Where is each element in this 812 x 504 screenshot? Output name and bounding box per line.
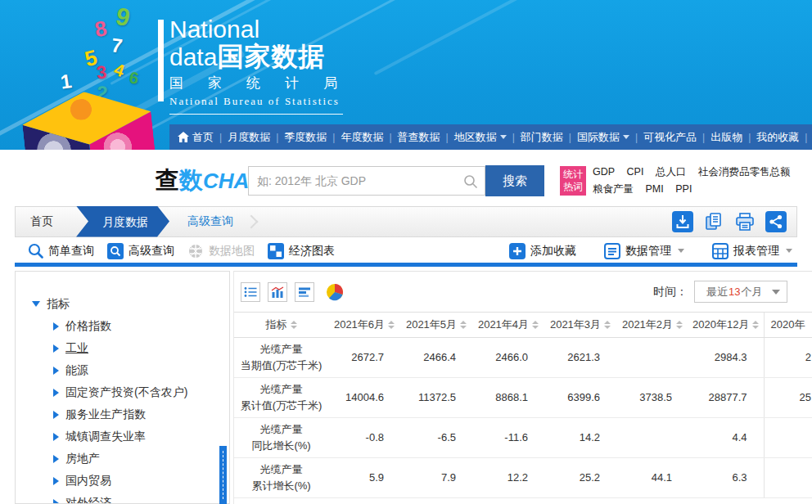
- plus-icon: [509, 243, 526, 259]
- table-header-row: 指标 2021年6月 2021年5月 2021年4月 2021年3月 2021年…: [234, 313, 812, 337]
- economic-charts-button[interactable]: 经济图表: [268, 243, 335, 259]
- sort-icon[interactable]: [604, 321, 611, 329]
- tab-monthly-data-active[interactable]: 月度数据: [76, 206, 169, 237]
- main-nav: 首页 月度数据 季度数据 年度数据 普查数据 地区数据 部门数据 国际数据 可视…: [169, 124, 812, 150]
- tree-item-foreign-economy[interactable]: 对外经济: [53, 492, 229, 504]
- hot-word-retail[interactable]: 社会消费品零售总额: [698, 166, 791, 178]
- column-header[interactable]: 2021年2月: [616, 313, 688, 337]
- tree-item-price-index[interactable]: 价格指数: [53, 315, 229, 337]
- report-manage-dropdown[interactable]: 报表管理: [712, 243, 792, 259]
- view-toolbar: 时间： 最近13个月: [234, 272, 812, 313]
- download-button[interactable]: [672, 211, 693, 232]
- data-map-button[interactable]: 数据地图: [187, 243, 255, 259]
- nav-item-favorites[interactable]: 我的收藏: [756, 130, 812, 145]
- data-manage-dropdown[interactable]: 数据管理: [604, 243, 684, 259]
- sort-icon[interactable]: [532, 321, 539, 329]
- triangle-right-icon: [53, 455, 59, 463]
- chevron-down-icon: [786, 249, 792, 253]
- tree-item-energy[interactable]: 能源: [53, 359, 229, 381]
- column-header[interactable]: 2021年5月: [400, 313, 472, 337]
- simple-query-button[interactable]: 简单查询: [28, 243, 94, 259]
- column-header[interactable]: 2020年12月: [688, 313, 764, 337]
- search-section: 查数CHASHU 搜索 统计 热词 GDP CPI 总人口 社会消费品零售总额 …: [0, 150, 812, 205]
- horizontal-bars-icon: [298, 286, 311, 298]
- tree-item-fixed-assets[interactable]: 固定资产投资(不含农户): [53, 381, 229, 403]
- nav-item-international[interactable]: 国际数据: [577, 130, 643, 145]
- advanced-query-button[interactable]: 高级查询: [107, 243, 174, 259]
- triangle-right-icon: [53, 433, 59, 441]
- tree-item-domestic-trade[interactable]: 国内贸易: [53, 470, 229, 492]
- column-header[interactable]: 2021年4月: [472, 313, 544, 337]
- time-range-dropdown[interactable]: 最近13个月: [694, 281, 787, 303]
- column-header[interactable]: 2021年6月: [328, 313, 400, 337]
- copy-button[interactable]: [703, 211, 724, 232]
- logo-title-en-cn: data国家数据: [169, 43, 343, 71]
- table-view-button[interactable]: [241, 282, 260, 302]
- data-panel: 时间： 最近13个月 指标 2021年6月 2021年5月 2021年4月 20…: [233, 271, 812, 504]
- indicator-cell: 光缆产量累计值(万芯千米): [234, 377, 328, 417]
- table-box-icon: [712, 243, 729, 259]
- hot-word-grain[interactable]: 粮食产量: [593, 183, 634, 195]
- sort-icon[interactable]: [676, 321, 683, 329]
- share-button[interactable]: [765, 211, 787, 232]
- search-input[interactable]: [249, 167, 485, 195]
- search-button[interactable]: 搜索: [485, 165, 544, 196]
- nav-item-quarterly[interactable]: 季度数据: [284, 130, 341, 145]
- breadcrumb: 首页 月度数据 高级查询: [15, 206, 797, 237]
- nav-item-home[interactable]: 首页: [178, 130, 228, 145]
- indicator-cell: 光缆产量累计增长(%): [234, 457, 328, 497]
- time-label: 时间：: [653, 285, 688, 299]
- column-header[interactable]: 2021年3月: [544, 313, 616, 337]
- nav-item-census[interactable]: 普查数据: [398, 130, 454, 145]
- bar-chart-view-button[interactable]: [268, 282, 287, 302]
- chart-squares-icon: [268, 243, 284, 259]
- nav-item-visualization[interactable]: 可视化产品: [643, 130, 710, 145]
- sidebar-splitter-handle[interactable]: [219, 446, 227, 504]
- search-filled-icon: [107, 243, 124, 259]
- tree-item-unemployment[interactable]: 城镇调查失业率: [53, 425, 229, 448]
- hot-word-ppi[interactable]: PPI: [675, 183, 692, 195]
- nav-item-departmental[interactable]: 部门数据: [521, 130, 577, 145]
- search-outline-icon: [28, 243, 43, 259]
- triangle-right-icon: [53, 411, 59, 419]
- pie-chart-icon: [326, 283, 344, 301]
- nav-item-monthly[interactable]: 月度数据: [228, 130, 284, 145]
- hbar-chart-view-button[interactable]: [295, 282, 314, 302]
- tree-item-service-index[interactable]: 服务业生产指数: [53, 403, 229, 425]
- tree-item-industry[interactable]: 工业: [53, 337, 229, 359]
- sort-icon[interactable]: [752, 321, 759, 329]
- column-header-clipped[interactable]: 2020年: [764, 313, 812, 337]
- sort-icon[interactable]: [291, 321, 297, 329]
- triangle-right-icon: [53, 367, 59, 375]
- logo-title-en-1: National: [169, 16, 343, 43]
- chevron-down-icon: [500, 135, 507, 139]
- sort-icon[interactable]: [388, 321, 395, 329]
- hot-word-pmi[interactable]: PMI: [645, 183, 663, 195]
- hot-word-population[interactable]: 总人口: [656, 166, 687, 178]
- chevron-down-icon: [678, 249, 684, 253]
- triangle-right-icon: [53, 477, 59, 485]
- pie-chart-view-button[interactable]: [325, 282, 345, 302]
- nav-item-regional[interactable]: 地区数据: [454, 130, 521, 145]
- list-view-icon: [244, 286, 257, 298]
- nav-item-annual[interactable]: 年度数据: [341, 130, 397, 145]
- tab-advanced-query[interactable]: 高级查询: [169, 214, 245, 229]
- toolbar-divider: [15, 263, 797, 267]
- tree-item-real-estate[interactable]: 房地产: [53, 448, 229, 470]
- sort-icon[interactable]: [460, 321, 467, 329]
- tab-home[interactable]: 首页: [16, 214, 76, 229]
- logo-divider-bar: [158, 20, 164, 101]
- hot-word-cpi[interactable]: CPI: [627, 166, 644, 178]
- tree-root-indicators[interactable]: 指标: [32, 293, 229, 315]
- hot-word-gdp[interactable]: GDP: [593, 166, 615, 178]
- add-favorite-button[interactable]: 添加收藏: [509, 243, 576, 259]
- column-header-indicator[interactable]: 指标: [234, 313, 328, 337]
- triangle-right-icon: [53, 344, 59, 353]
- list-box-icon: [604, 243, 620, 259]
- print-button[interactable]: [734, 211, 756, 232]
- table-row: 光缆产量同比增长(%) -0.8 -6.5 -11.6 14.2 4.4: [234, 417, 812, 457]
- nav-item-publications[interactable]: 出版物: [710, 130, 756, 145]
- chevron-right-icon: [245, 215, 259, 229]
- triangle-right-icon: [53, 322, 59, 331]
- data-table: 指标 2021年6月 2021年5月 2021年4月 2021年3月 2021年…: [234, 313, 812, 498]
